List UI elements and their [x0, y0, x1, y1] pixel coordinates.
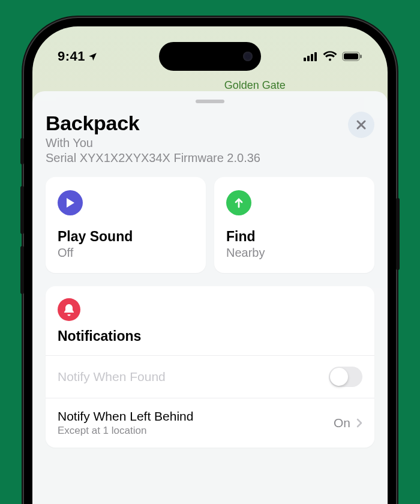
notify-when-found-toggle: [329, 367, 362, 387]
location-arrow-icon: [88, 52, 98, 62]
dynamic-island: [159, 42, 261, 71]
svg-rect-6: [360, 55, 362, 58]
screen: 9:41 Golden Gate Backpack With You Seria…: [32, 26, 388, 504]
sheet-header: Backpack With You Serial XYX1X2XYX34X Fi…: [46, 112, 374, 165]
cellular-icon: [304, 52, 318, 61]
notifications-section: Notifications Notify When Found Notify W…: [46, 286, 374, 448]
wifi-icon: [323, 51, 337, 62]
battery-icon: [342, 52, 362, 61]
item-details: Serial XYX1X2XYX34X Firmware 2.0.36: [46, 151, 374, 165]
status-time: 9:41: [58, 49, 85, 64]
side-button: [20, 138, 24, 164]
side-button: [20, 246, 24, 294]
close-icon: [356, 119, 367, 130]
side-button: [396, 198, 400, 270]
play-sound-title: Play Sound: [58, 229, 194, 245]
find-button[interactable]: Find Nearby: [214, 177, 374, 273]
action-row: Play Sound Off Find Nearby: [46, 177, 374, 273]
notify-when-found-row: Notify When Found: [46, 355, 374, 398]
notify-left-behind-row[interactable]: Notify When Left Behind Except at 1 loca…: [46, 398, 374, 448]
play-sound-button[interactable]: Play Sound Off: [46, 177, 206, 273]
phone-frame: 9:41 Golden Gate Backpack With You Seria…: [24, 18, 396, 504]
play-sound-status: Off: [58, 246, 194, 260]
detail-sheet: Backpack With You Serial XYX1X2XYX34X Fi…: [32, 91, 388, 504]
toggle-knob: [330, 368, 348, 386]
find-status: Nearby: [226, 246, 362, 260]
side-button: [20, 186, 24, 234]
close-button[interactable]: [348, 112, 374, 138]
svg-rect-5: [344, 53, 358, 59]
svg-rect-0: [304, 58, 306, 61]
bell-icon: [58, 298, 80, 321]
chevron-right-icon: [356, 418, 362, 428]
map-label: Golden Gate: [224, 79, 286, 92]
svg-rect-3: [314, 52, 317, 61]
notify-left-behind-value: On: [334, 416, 350, 430]
item-name: Backpack: [46, 112, 374, 135]
notify-left-behind-label: Notify When Left Behind: [58, 409, 193, 424]
notify-left-behind-sub: Except at 1 location: [58, 425, 193, 437]
item-status: With You: [46, 136, 374, 150]
find-title: Find: [226, 229, 362, 245]
svg-rect-2: [311, 54, 313, 61]
svg-rect-1: [307, 56, 310, 61]
notify-when-found-label: Notify When Found: [58, 370, 166, 384]
camera-dot: [243, 52, 253, 61]
find-arrow-icon: [226, 190, 251, 215]
play-icon: [58, 190, 83, 215]
notifications-heading: Notifications: [58, 328, 362, 344]
sheet-grabber[interactable]: [196, 100, 224, 103]
